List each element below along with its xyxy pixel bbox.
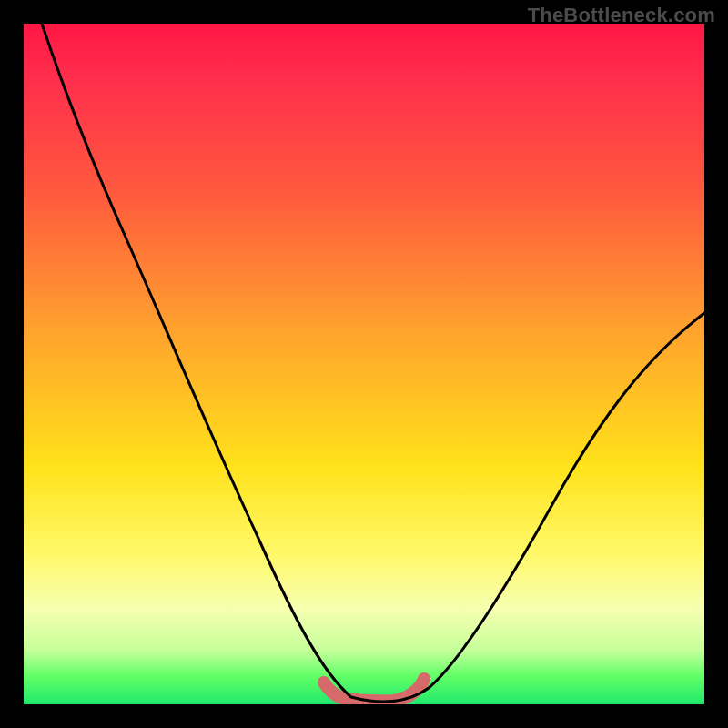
curve-svg: [24, 24, 704, 704]
chart-frame: TheBottleneck.com: [0, 0, 728, 728]
bottleneck-curve: [42, 24, 704, 702]
plot-area: [24, 24, 704, 704]
watermark-text: TheBottleneck.com: [528, 4, 715, 27]
